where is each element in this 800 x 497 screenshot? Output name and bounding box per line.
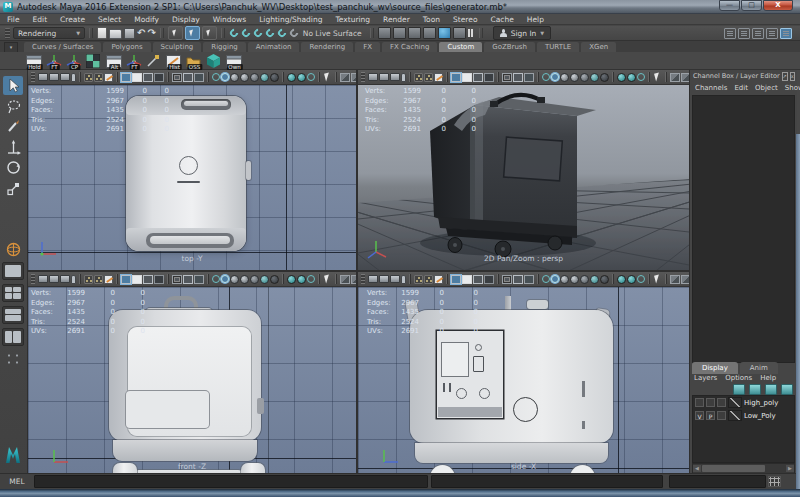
layer-row-low-poly[interactable]: VPLow_Poly xyxy=(693,409,794,422)
textured-icon[interactable] xyxy=(230,73,239,82)
select-hierarchy-icon[interactable] xyxy=(168,26,183,40)
render-current-frame-icon[interactable] xyxy=(393,27,406,39)
bookmark-icon[interactable] xyxy=(401,275,406,284)
shaded-icon[interactable] xyxy=(551,275,559,283)
lights-icon[interactable] xyxy=(570,73,579,82)
menu-help[interactable]: Help xyxy=(527,15,544,24)
render-view-icon[interactable] xyxy=(378,27,391,39)
shelf-tab-custom[interactable]: Custom xyxy=(439,42,482,52)
pause-icon[interactable] xyxy=(468,29,473,37)
shelf-item-hold[interactable]: Hold xyxy=(26,53,43,69)
safe-action-icon[interactable] xyxy=(183,275,193,284)
multisample-icon[interactable] xyxy=(617,275,626,284)
shelf-item-wand-icon[interactable] xyxy=(146,53,163,69)
hypershade-icon[interactable] xyxy=(453,27,466,39)
shelf-item-own[interactable]: Own xyxy=(226,53,243,69)
menu-texturing[interactable]: Texturing xyxy=(335,15,370,24)
plugin-shading2-icon[interactable] xyxy=(681,73,689,82)
motion-blur-icon[interactable] xyxy=(270,275,279,284)
grease-pencil-icon[interactable] xyxy=(434,73,443,82)
pane-grip[interactable] xyxy=(361,274,365,284)
menu-modify[interactable]: Modify xyxy=(134,15,159,24)
scale-tool[interactable] xyxy=(3,179,23,198)
grid-toggle-icon[interactable] xyxy=(451,73,461,82)
layer-visibility-toggle[interactable]: V xyxy=(695,411,704,420)
plugin-shading-icon[interactable] xyxy=(340,275,350,284)
lights-icon[interactable] xyxy=(240,275,249,284)
layer-editor-tab-anim[interactable]: Anim xyxy=(740,362,778,374)
multisample-icon[interactable] xyxy=(617,73,626,82)
layer-display-type[interactable] xyxy=(717,398,726,407)
scroll-right-icon[interactable]: ▶ xyxy=(786,465,794,472)
paint-select-tool[interactable] xyxy=(3,117,23,136)
isolate-select-icon[interactable] xyxy=(414,73,423,82)
camera-select-icon[interactable] xyxy=(49,275,59,283)
tool-settings-icon[interactable] xyxy=(766,28,778,39)
camera-attrs-icon[interactable] xyxy=(390,73,400,81)
shadows-icon[interactable] xyxy=(580,275,589,284)
attribute-editor-icon[interactable] xyxy=(752,28,764,39)
layout-split-3[interactable] xyxy=(2,328,24,346)
layer-color-swatch[interactable] xyxy=(728,397,742,408)
lights-icon[interactable] xyxy=(570,275,579,284)
joints-xray-icon[interactable] xyxy=(637,73,645,81)
grid-toggle-icon[interactable] xyxy=(451,275,461,284)
safe-title-icon[interactable] xyxy=(194,275,204,284)
menu-display[interactable]: Display xyxy=(172,15,200,24)
screen-ao-icon[interactable] xyxy=(260,275,269,284)
save-scene-icon[interactable] xyxy=(124,28,135,39)
viewport-front-view[interactable]: Verts:159900Edges:296700Faces:143500Tris… xyxy=(28,287,356,473)
textured-icon[interactable] xyxy=(230,275,239,284)
snap-grid-icon[interactable] xyxy=(228,27,239,38)
bookmark-icon[interactable] xyxy=(401,73,406,82)
film-gate-icon[interactable] xyxy=(462,275,472,284)
motion-blur-icon[interactable] xyxy=(600,73,609,82)
layer-playback-toggle[interactable]: P xyxy=(706,411,715,420)
channel-box-menu-channels[interactable]: Channels xyxy=(695,84,727,92)
camera-select-icon[interactable] xyxy=(49,73,59,81)
snap-curve-icon[interactable] xyxy=(240,27,251,38)
menu-windows[interactable]: Windows xyxy=(213,15,246,24)
camera-icon[interactable] xyxy=(368,275,378,283)
last-tool-icon[interactable] xyxy=(3,240,23,259)
shelf-tab-sculpting[interactable]: Sculpting xyxy=(153,42,202,52)
new-anim-layer-selected-icon[interactable] xyxy=(781,384,793,395)
shaded-icon[interactable] xyxy=(551,73,559,81)
motion-blur-icon[interactable] xyxy=(270,73,279,82)
shelf-tab-fx[interactable]: FX xyxy=(355,42,380,52)
ipr-render-icon[interactable] xyxy=(408,27,421,39)
multisample-icon[interactable] xyxy=(287,73,296,82)
isolate-select-icon[interactable] xyxy=(414,275,423,284)
maximize-button[interactable]: □ xyxy=(741,0,762,11)
resolution-gate-icon[interactable] xyxy=(143,275,153,284)
safe-action-icon[interactable] xyxy=(513,73,523,82)
shelf-item-alt[interactable]: Alt xyxy=(106,53,123,69)
gate-mask-icon[interactable] xyxy=(484,73,494,82)
shelf-item-checker-icon[interactable] xyxy=(86,53,103,69)
scrollbar-thumb[interactable] xyxy=(702,465,765,472)
viewport-top-view[interactable]: Verts:159900Edges:296700Faces:143500Tris… xyxy=(28,85,356,270)
bookmark-icon[interactable] xyxy=(71,73,76,82)
wireframe-icon[interactable] xyxy=(212,275,220,283)
layer-row-high-poly[interactable]: High_poly xyxy=(693,396,794,409)
menu-cache[interactable]: Cache xyxy=(490,15,513,24)
layout-split-2[interactable] xyxy=(2,306,24,324)
menu-file[interactable]: File xyxy=(7,15,20,24)
textured-icon[interactable] xyxy=(560,73,569,82)
isolate-select-icon[interactable] xyxy=(84,275,93,284)
viewport-side[interactable]: 0.00 xyxy=(358,272,689,473)
new-anim-layer-icon[interactable] xyxy=(765,384,777,395)
isolate-add-icon[interactable] xyxy=(94,275,103,284)
script-editor-icon[interactable] xyxy=(768,476,781,487)
redo-icon[interactable]: ↷ xyxy=(147,28,155,38)
field-chart-icon[interactable] xyxy=(172,275,182,284)
lasso-tool[interactable] xyxy=(3,97,23,116)
new-scene-icon[interactable] xyxy=(97,27,107,39)
resolution-gate-icon[interactable] xyxy=(143,73,153,82)
shelf-tab-rigging[interactable]: Rigging xyxy=(203,42,246,52)
sign-in-button[interactable]: Sign In ▼ xyxy=(493,26,552,40)
pane-grip[interactable] xyxy=(361,72,365,82)
layer-display-type[interactable] xyxy=(717,411,726,420)
plugin-shading-icon[interactable] xyxy=(670,275,680,284)
joints-xray-icon[interactable] xyxy=(307,73,315,81)
